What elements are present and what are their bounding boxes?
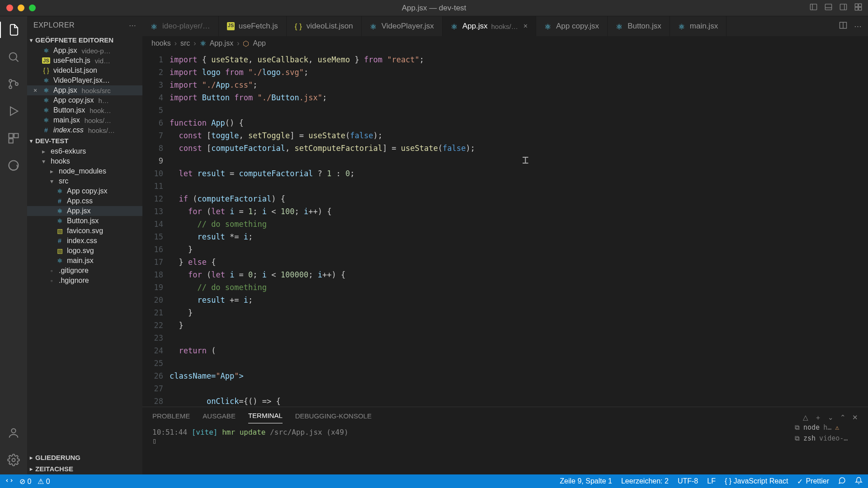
warnings-count[interactable]: ⚠ 0	[38, 477, 50, 486]
open-editor-item[interactable]: JSuseFetch.jsvid…	[27, 56, 142, 66]
minimize-window-button[interactable]	[18, 5, 24, 11]
explorer-more-icon[interactable]: ⋯	[129, 21, 137, 30]
more-actions-icon[interactable]: ⋯	[854, 22, 862, 31]
panel-tab[interactable]: TERMINAL	[248, 412, 283, 423]
toggle-sidebar-icon[interactable]	[809, 3, 818, 14]
file-item[interactable]: ◦.gitignore	[27, 266, 142, 276]
close-window-button[interactable]	[6, 5, 13, 11]
editor-tab[interactable]: ⚛Button.jsx	[608, 16, 670, 36]
editor-tab[interactable]: ⚛ideo-player/…	[142, 16, 219, 36]
editor-area: ⚛ideo-player/…JSuseFetch.js{ }videoList.…	[142, 16, 868, 474]
open-editor-item[interactable]: { }videoList.json	[27, 66, 142, 75]
sidebar: EXPLORER ⋯ ▾ GEÖFFNETE EDITOREN ⚛App.jsx…	[27, 16, 142, 474]
indentation[interactable]: Leerzeichen: 2	[621, 477, 669, 485]
svg-point-21	[12, 459, 15, 462]
titlebar-layout-buttons	[809, 3, 863, 14]
file-item[interactable]: ◦.hgignore	[27, 276, 142, 286]
eol[interactable]: LF	[707, 477, 716, 485]
maximize-window-button[interactable]	[29, 5, 36, 11]
encoding[interactable]: UTF-8	[678, 477, 698, 485]
extensions-icon[interactable]	[0, 130, 27, 146]
toggle-secondary-sidebar-icon[interactable]	[839, 3, 848, 14]
editor-tab[interactable]: ⚛VideoPlayer.jsx	[362, 16, 443, 36]
prettier-status[interactable]: ✓ Prettier	[797, 477, 829, 486]
svg-rect-16	[9, 134, 13, 138]
open-editor-item[interactable]: ⚛VideoPlayer.jsx…	[27, 75, 142, 85]
open-editor-item[interactable]: ⚛Button.jsxhook…	[27, 105, 142, 115]
open-editor-item[interactable]: ⚛main.jsxhooks/…	[27, 115, 142, 125]
warning-hollow-icon[interactable]: △	[803, 413, 808, 422]
project-section[interactable]: ▾ DEV-TEST	[27, 135, 142, 146]
editor-tab[interactable]: ⚛App.jsxhooks/…×	[443, 16, 536, 36]
source-control-icon[interactable]	[0, 76, 27, 92]
file-item[interactable]: #App.css	[27, 196, 142, 206]
split-editor-icon[interactable]	[839, 21, 848, 32]
svg-rect-17	[14, 134, 18, 138]
open-editor-item[interactable]: ×⚛App.jsxhooks/src	[27, 85, 142, 95]
explorer-label: EXPLORER	[33, 21, 75, 29]
file-icon: #	[55, 237, 64, 244]
file-icon: ⚛	[42, 97, 51, 104]
breadcrumb[interactable]: hooks› src› ⚛ App.jsx› ⬡ App	[142, 36, 868, 51]
window-controls	[0, 5, 36, 11]
activity-bar	[0, 16, 27, 474]
open-editor-item[interactable]: #index.csshooks/…	[27, 125, 142, 135]
close-tab-icon[interactable]: ×	[524, 22, 528, 30]
chevron-down-icon: ▾	[47, 178, 56, 185]
minimap[interactable]	[827, 51, 868, 407]
file-item[interactable]: ⚛App.jsx	[27, 206, 142, 216]
folder-item[interactable]: ▸node_modules	[27, 166, 142, 176]
code-editor[interactable]: import { useState, useCallback, useMemo …	[170, 51, 868, 407]
run-debug-icon[interactable]	[0, 103, 27, 119]
edge-tools-icon[interactable]	[0, 157, 27, 174]
open-editor-item[interactable]: ⚛App.jsxvideo-p…	[27, 46, 142, 56]
explorer-icon[interactable]	[0, 22, 27, 38]
notifications-icon[interactable]	[855, 477, 863, 486]
customize-layout-icon[interactable]	[854, 3, 863, 14]
svg-point-13	[9, 86, 12, 89]
editor-tab[interactable]: ⚛main.jsx	[670, 16, 726, 36]
close-editor-icon[interactable]: ×	[32, 87, 39, 94]
panel-tab[interactable]: PROBLEME	[152, 412, 190, 423]
accounts-icon[interactable]	[0, 425, 27, 441]
folder-item[interactable]: ▾hooks	[27, 156, 142, 166]
folder-item[interactable]: ▾src	[27, 176, 142, 186]
feedback-icon[interactable]	[838, 477, 846, 486]
svg-point-20	[11, 429, 15, 433]
timeline-section[interactable]: ▸ ZEITACHSE	[27, 463, 142, 474]
chevron-right-icon: ▸	[47, 168, 56, 175]
open-editor-item[interactable]: ⚛App copy.jsxh…	[27, 95, 142, 105]
toggle-panel-icon[interactable]	[824, 3, 833, 14]
file-item[interactable]: ▧favicon.svg	[27, 226, 142, 236]
file-item[interactable]: #index.css	[27, 236, 142, 246]
folder-item[interactable]: ▸es6-exkurs	[27, 146, 142, 156]
settings-gear-icon[interactable]	[0, 452, 27, 468]
maximize-panel-icon[interactable]: ⌃	[840, 413, 846, 422]
search-icon[interactable]	[0, 49, 27, 65]
svg-point-12	[9, 80, 12, 82]
editor-tab[interactable]: JSuseFetch.js	[219, 16, 287, 36]
terminal-dropdown-icon[interactable]: ⌄	[828, 413, 834, 422]
editor-tab[interactable]: { }videoList.json	[287, 16, 362, 36]
file-item[interactable]: ⚛App copy.jsx	[27, 186, 142, 196]
new-terminal-icon[interactable]: ＋	[815, 413, 821, 422]
file-item[interactable]: ⚛Button.jsx	[27, 216, 142, 226]
file-icon: ⚛	[42, 77, 51, 84]
panel-tab[interactable]: AUSGABE	[203, 412, 236, 423]
terminal-body[interactable]: 10:51:44 [vite] hmr update /src/App.jsx …	[142, 423, 868, 474]
language-mode[interactable]: { } JavaScript React	[725, 477, 788, 485]
editor-tab[interactable]: ⚛App copy.jsx	[536, 16, 608, 36]
close-panel-icon[interactable]: ✕	[852, 413, 858, 422]
remote-icon[interactable]	[5, 477, 13, 486]
terminal-instance[interactable]: ⧉ zsh video-…	[795, 434, 863, 442]
file-item[interactable]: ⚛main.jsx	[27, 256, 142, 266]
cursor-position[interactable]: Zeile 9, Spalte 1	[560, 477, 612, 485]
terminal-instance[interactable]: ⧉ node h… ⚠	[795, 423, 863, 432]
editor-tabs: ⚛ideo-player/…JSuseFetch.js{ }videoList.…	[142, 16, 868, 36]
panel-tab[interactable]: DEBUGGING-KONSOLE	[295, 412, 372, 423]
open-editors-section[interactable]: ▾ GEÖFFNETE EDITOREN	[27, 34, 142, 46]
outline-section[interactable]: ▸ GLIEDERUNG	[27, 452, 142, 463]
file-icon: { }	[295, 22, 303, 30]
file-item[interactable]: ▧logo.svg	[27, 246, 142, 256]
errors-count[interactable]: ⊘ 0	[19, 477, 31, 486]
